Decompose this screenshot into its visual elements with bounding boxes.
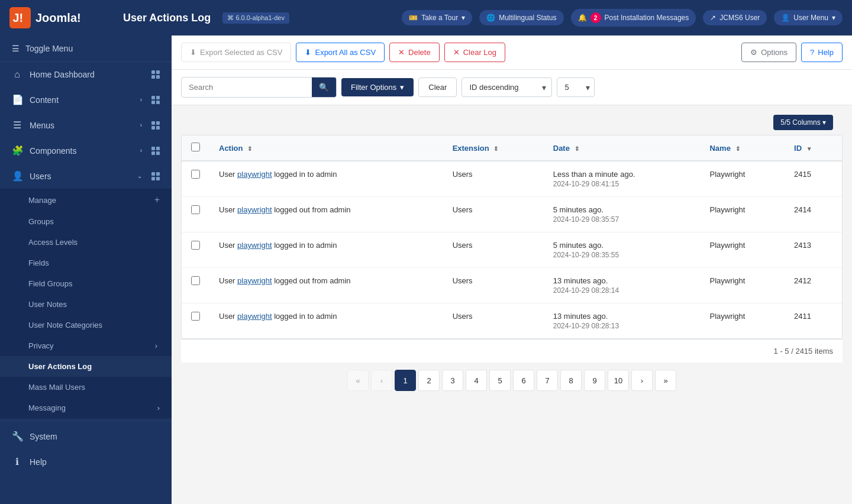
date-relative: 5 minutes ago. [553,205,691,214]
user-menu-chevron-icon: ▾ [832,14,835,22]
id-header[interactable]: ID ▼ [785,135,842,161]
extension-header[interactable]: Extension ⇕ [443,135,544,161]
sidebar-item-privacy[interactable]: Privacy › [0,335,172,356]
row-checkbox[interactable] [191,312,200,321]
delete-icon: ✕ [398,48,405,57]
name-header[interactable]: Name ⇕ [700,135,785,161]
row-checkbox[interactable] [191,170,200,179]
clear-filter-button[interactable]: Clear [418,77,457,97]
sidebar-item-components[interactable]: 🧩 Components › [0,138,172,163]
menus-icon: ☰ [12,119,22,131]
sidebar-item-access-levels[interactable]: Access Levels [0,232,172,253]
page-3-button[interactable]: 3 [442,370,463,391]
name-cell: Playwright [700,197,785,232]
sidebar-item-fields[interactable]: Fields [0,253,172,273]
page-9-button[interactable]: 9 [584,370,605,391]
sidebar-item-system[interactable]: 🔧 System [0,424,172,449]
sidebar-item-mass-mail-users[interactable]: Mass Mail Users [0,377,172,398]
date-header[interactable]: Date ⇕ [544,135,701,161]
search-button[interactable]: 🔍 [312,77,336,97]
page-5-button[interactable]: 5 [489,370,511,391]
row-checkbox[interactable] [191,276,200,285]
pagination: « ‹ 1 2 3 4 5 6 7 8 9 10 › » [181,363,843,398]
sidebar-item-help[interactable]: ℹ Help [0,449,172,474]
row-checkbox-cell[interactable] [182,232,209,268]
tour-icon: 🎫 [409,14,418,22]
per-page-select[interactable]: 5 10 20 50 100 [557,77,595,97]
sidebar-item-groups[interactable]: Groups [0,211,172,232]
gear-icon: ⚙ [750,48,757,57]
users-icon: 👤 [12,170,22,182]
next-page-button[interactable]: › [631,370,653,391]
pagination-row: 1 - 5 / 2415 items [181,339,843,363]
prev-page-button[interactable]: ‹ [371,370,392,391]
clear-log-icon: ✕ [453,48,460,57]
filter-options-button[interactable]: Filter Options ▾ [341,78,414,96]
page-10-button[interactable]: 10 [608,370,629,391]
action-link[interactable]: playwright [237,276,272,285]
page-2-button[interactable]: 2 [418,370,440,391]
columns-button[interactable]: 5/5 Columns ▾ [773,115,833,130]
sidebar-item-messaging[interactable]: Messaging › [0,398,172,418]
name-cell: Playwright [700,303,785,339]
action-link[interactable]: playwright [237,241,272,250]
help-icon: ℹ [12,456,22,467]
sidebar-item-menus[interactable]: ☰ Menus › [0,112,172,138]
action-link[interactable]: playwright [237,170,272,179]
row-checkbox-cell[interactable] [182,268,209,303]
jcms-user-button[interactable]: ↗ JCMS6 User [703,10,767,25]
action-header[interactable]: Action ⇕ [209,135,443,161]
sidebar-item-manage[interactable]: Manage + [0,189,172,211]
page-1-button[interactable]: 1 [395,370,416,391]
users-arrow-icon: ⌄ [137,173,142,179]
action-link[interactable]: playwright [237,205,272,214]
take-tour-button[interactable]: 🎫 Take a Tour ▾ [402,10,472,25]
export-selected-button[interactable]: ⬇ Export Selected as CSV [181,43,291,62]
system-icon: 🔧 [12,431,22,442]
sidebar-item-home-dashboard[interactable]: ⌂ Home Dashboard [0,62,172,87]
search-icon: 🔍 [319,83,329,92]
page-7-button[interactable]: 7 [537,370,558,391]
first-page-button[interactable]: « [347,370,369,391]
user-menu-button[interactable]: 👤 User Menu ▾ [774,10,843,25]
sidebar-item-field-groups[interactable]: Field Groups [0,273,172,294]
page-4-button[interactable]: 4 [466,370,487,391]
action-link[interactable]: playwright [237,312,272,321]
sidebar-item-user-note-categories[interactable]: User Note Categories [0,315,172,335]
date-cell: 13 minutes ago. 2024-10-29 08:28:14 [544,268,701,303]
toggle-menu-button[interactable]: ☰ Toggle Menu [0,35,172,62]
page-8-button[interactable]: 8 [560,370,582,391]
export-all-button[interactable]: ⬇ Export All as CSV [296,43,385,62]
row-checkbox-cell[interactable] [182,161,209,197]
row-checkbox-cell[interactable] [182,197,209,232]
sort-wrap: ID descending ID ascending Action ascend… [462,77,552,97]
question-icon: ? [810,48,814,57]
sidebar-item-user-notes[interactable]: User Notes [0,294,172,315]
sidebar-item-user-actions-log[interactable]: User Actions Log [0,356,172,377]
row-checkbox[interactable] [191,205,200,214]
name-cell: Playwright [700,268,785,303]
last-page-button[interactable]: » [655,370,676,391]
content-icon: 📄 [12,94,22,105]
date-absolute: 2024-10-29 08:28:14 [553,286,691,295]
select-all-checkbox[interactable] [191,143,200,151]
sidebar-item-content[interactable]: 📄 Content › [0,87,172,112]
help-button[interactable]: ? Help [801,43,843,62]
delete-button[interactable]: ✕ Delete [389,43,440,62]
extension-cell: Users [443,303,544,339]
row-checkbox-cell[interactable] [182,303,209,339]
multilingual-button[interactable]: 🌐 Multilingual Status [479,10,563,25]
version-badge: ⌘ 6.0.0-alpha1-dev [222,12,289,24]
notifications-button[interactable]: 🔔 2 Post Installation Messages [571,9,696,27]
sidebar-item-users[interactable]: 👤 Users ⌄ [0,163,172,189]
options-button[interactable]: ⚙ Options [741,43,796,62]
clear-log-button[interactable]: ✕ Clear Log [444,43,505,62]
search-input[interactable] [182,78,312,96]
select-all-header[interactable] [182,135,209,161]
grid-icon [151,70,160,79]
page-6-button[interactable]: 6 [513,370,534,391]
sort-select[interactable]: ID descending ID ascending Action ascend… [462,77,552,97]
add-icon: + [154,195,160,205]
row-checkbox[interactable] [191,241,200,250]
pagination-info: 1 - 5 / 2415 items [512,347,833,356]
